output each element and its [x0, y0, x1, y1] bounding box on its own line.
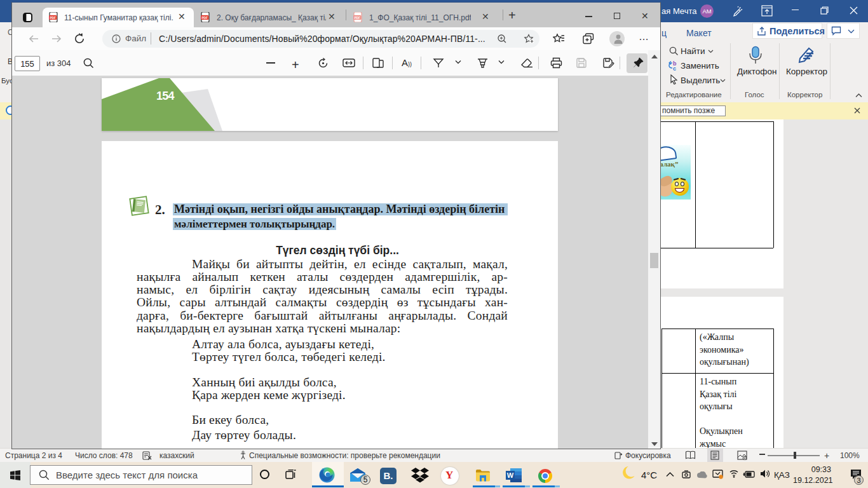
svg-text:PDF: PDF: [50, 17, 56, 20]
svg-text:PDF: PDF: [201, 17, 208, 20]
svg-text:154: 154: [156, 90, 174, 102]
svg-text:W: W: [507, 471, 514, 479]
svg-text:c: c: [673, 65, 676, 71]
svg-text:PDF: PDF: [354, 17, 360, 20]
